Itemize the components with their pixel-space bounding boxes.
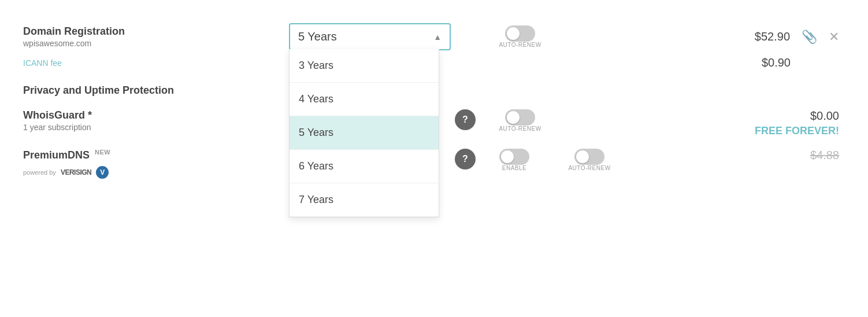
- verisign-icon: V: [96, 166, 109, 179]
- premiumdns-help-col[interactable]: ?: [451, 149, 480, 169]
- years-dropdown-wrapper: 5 Years ▲ 3 Years 4 Years 5 Years 6 Year…: [289, 23, 451, 50]
- privacy-label-col: Privacy and Uptime Protection: [23, 84, 289, 97]
- whoisguard-autorenew-label: AUTO-RENEW: [499, 126, 541, 132]
- domain-autorenew-col: AUTO-RENEW: [480, 25, 561, 48]
- premiumdns-autorenew-col: AUTO-RENEW: [549, 149, 630, 171]
- icann-price-col: $0.90: [561, 56, 845, 69]
- verisign-powered-by: powered by: [23, 169, 56, 176]
- whoisguard-title: WhoisGuard *: [23, 109, 289, 121]
- domain-price-col: $52.90 📎 ✕: [561, 30, 845, 45]
- premiumdns-enable-toggle[interactable]: [499, 149, 529, 165]
- whoisguard-autorenew-col: AUTO-RENEW: [480, 109, 561, 132]
- premiumdns-title: PremiumDNS NEW: [23, 149, 289, 161]
- whoisguard-autorenew-toggle[interactable]: [505, 109, 535, 126]
- verisign-brand: VERISIGN: [61, 168, 91, 176]
- domain-autorenew-toggle[interactable]: [505, 25, 535, 42]
- whoisguard-help-col[interactable]: ?: [451, 109, 480, 130]
- premiumdns-title-text: PremiumDNS: [23, 149, 90, 161]
- premiumdns-help-icon: ?: [462, 154, 468, 164]
- icann-link[interactable]: ICANN fee: [23, 58, 289, 68]
- icann-label-col: ICANN fee: [23, 58, 289, 68]
- premiumdns-price-col: $4.88: [630, 149, 845, 162]
- paperclip-icon[interactable]: 📎: [802, 30, 817, 45]
- whoisguard-help-btn[interactable]: ?: [455, 109, 476, 130]
- domain-registration-row: Domain Registration wpisawesome.com 5 Ye…: [23, 17, 845, 56]
- verisign-bar: powered by VERISIGN V: [23, 166, 289, 179]
- close-icon[interactable]: ✕: [829, 30, 839, 45]
- premiumdns-autorenew-toggle[interactable]: [574, 149, 604, 165]
- domain-label-col: Domain Registration wpisawesome.com: [23, 25, 289, 48]
- years-dropdown[interactable]: 5 Years ▲: [289, 23, 451, 50]
- privacy-title: Privacy and Uptime Protection: [23, 84, 289, 97]
- option-6-years[interactable]: 6 Years: [290, 150, 439, 183]
- dropdown-list-inner[interactable]: 3 Years 4 Years 5 Years 6 Years 7 Years: [290, 49, 439, 217]
- domain-title: Domain Registration: [23, 25, 289, 38]
- whoisguard-price: $0.00: [793, 109, 839, 123]
- option-5-years[interactable]: 5 Years: [290, 116, 439, 150]
- whoisguard-subtitle: 1 year subscription: [23, 123, 289, 132]
- domain-autorenew-label: AUTO-RENEW: [499, 42, 541, 48]
- domain-subtitle: wpisawesome.com: [23, 39, 289, 48]
- selected-years-label: 5 Years: [298, 30, 337, 43]
- domain-price: $52.90: [744, 30, 790, 43]
- premiumdns-help-btn[interactable]: ?: [455, 149, 476, 169]
- premiumdns-autorenew-label: AUTO-RENEW: [568, 165, 610, 171]
- premiumdns-price: $4.88: [810, 149, 839, 162]
- years-dropdown-list: 3 Years 4 Years 5 Years 6 Years 7 Years: [289, 49, 439, 218]
- whoisguard-label-col: WhoisGuard * 1 year subscription: [23, 109, 289, 132]
- page-container: Domain Registration wpisawesome.com 5 Ye…: [0, 0, 868, 317]
- option-7-years[interactable]: 7 Years: [290, 183, 439, 217]
- icann-price: $0.90: [744, 56, 791, 69]
- dropdown-arrow-icon: ▲: [433, 32, 442, 42]
- option-3-years[interactable]: 3 Years: [290, 49, 439, 83]
- whoisguard-free-label: FREE FOREVER!: [755, 125, 839, 137]
- premiumdns-label-col: PremiumDNS NEW powered by VERISIGN V: [23, 149, 289, 179]
- premiumdns-enable-label: ENABLE: [502, 165, 526, 171]
- premiumdns-enable-col: ENABLE: [480, 149, 549, 171]
- whoisguard-help-icon: ?: [462, 115, 468, 125]
- whoisguard-price-col: $0.00 FREE FOREVER!: [561, 109, 845, 137]
- premiumdns-new-badge: NEW: [95, 149, 110, 156]
- option-4-years[interactable]: 4 Years: [290, 83, 439, 116]
